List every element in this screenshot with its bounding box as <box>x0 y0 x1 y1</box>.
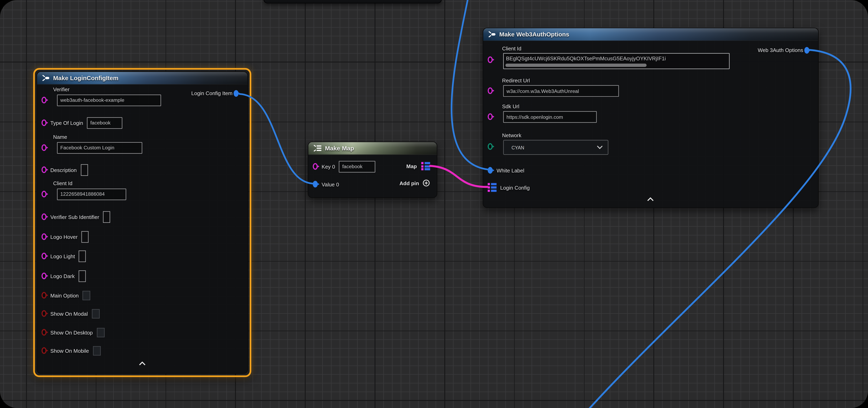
network-dropdown-value: CYAN <box>512 144 524 150</box>
pin-row-type-of-login: Type Of Login facebook <box>41 116 122 129</box>
pin-name[interactable] <box>41 144 46 151</box>
pin-label-key0: Key 0 <box>321 163 335 169</box>
pin-row-description: Description <box>41 164 88 176</box>
node-title: Make Web3AuthOptions <box>499 31 569 38</box>
add-pin-label: Add pin <box>400 180 419 186</box>
pin-row-client-id: 1222658941886084 <box>41 188 126 200</box>
pin-client-id[interactable] <box>488 57 493 63</box>
sdk-url-input[interactable]: https://sdk.openlogin.com <box>503 111 597 123</box>
pin-main-option[interactable] <box>41 292 46 299</box>
pin-label-client-id: Client Id <box>53 180 72 186</box>
type-of-login-input[interactable]: facebook <box>87 117 122 129</box>
pin-type-of-login[interactable] <box>41 120 46 126</box>
pin-show-on-desktop[interactable] <box>41 329 46 336</box>
pin-logo-light[interactable] <box>41 253 46 260</box>
pin-logo-dark[interactable] <box>41 273 46 279</box>
add-pin-button[interactable]: Add pin <box>400 179 430 187</box>
pin-row-logo-light: Logo Light <box>41 250 86 262</box>
node-make-web3authoptions[interactable]: Make Web3AuthOptions Web 3Auth Options C… <box>483 28 818 208</box>
node-make-loginconfigitem[interactable]: Make LoginConfigItem Verifier web3auth-f… <box>36 71 248 374</box>
pin-label-show-on-modal: Show On Modal <box>51 310 88 316</box>
pin-description[interactable] <box>41 166 46 173</box>
pin-row-white-label: White Label <box>488 164 524 176</box>
show-on-modal-checkbox[interactable] <box>92 309 99 318</box>
pin-network[interactable] <box>488 143 493 150</box>
pin-label-logo-dark: Logo Dark <box>51 273 75 279</box>
node-make-map[interactable]: Make Map Key 0 facebook Map Value 0 Add … <box>308 141 437 198</box>
pin-label-show-on-mobile: Show On Mobile <box>51 347 89 353</box>
show-on-desktop-checkbox[interactable] <box>97 328 104 337</box>
make-struct-icon <box>488 30 496 38</box>
pin-label-description: Description <box>51 167 77 173</box>
chevron-down-icon <box>597 145 603 149</box>
pin-label-type-of-login: Type Of Login <box>51 120 83 126</box>
add-pin-icon <box>423 179 430 187</box>
pin-label-client-id: Client Id <box>502 45 521 52</box>
collapse-chevron-icon[interactable] <box>139 362 146 366</box>
pin-key0[interactable] <box>313 163 318 170</box>
verifier-input[interactable]: web3auth-facebook-example <box>57 94 161 106</box>
key0-input[interactable]: facebook <box>339 161 375 172</box>
pin-verifier-sub-identifier[interactable] <box>41 213 46 220</box>
graph-canvas[interactable]: Make LoginConfigItem Verifier web3auth-f… <box>0 0 868 408</box>
pin-row-show-on-modal: Show On Modal <box>41 307 99 319</box>
verifier-sub-identifier-input[interactable] <box>103 211 111 223</box>
pin-output-login-config-item[interactable] <box>234 90 239 97</box>
network-dropdown[interactable]: CYAN <box>503 140 608 155</box>
pin-row-logo-dark: Logo Dark <box>41 270 86 282</box>
pin-client-id[interactable] <box>41 191 46 198</box>
pin-value0[interactable] <box>313 181 318 188</box>
pin-row-value0: Value 0 <box>313 178 339 190</box>
logo-dark-input[interactable] <box>79 270 86 282</box>
pin-verifier[interactable] <box>41 97 46 103</box>
pin-row-login-config: Login Config <box>488 181 530 194</box>
pin-row-logo-hover: Logo Hover <box>41 231 89 243</box>
logo-hover-input[interactable] <box>82 231 89 242</box>
pin-row-key0: Key 0 facebook <box>313 160 376 172</box>
show-on-mobile-checkbox[interactable] <box>93 346 100 355</box>
offscreen-node-stub[interactable] <box>264 0 442 3</box>
node-header[interactable]: Make Map <box>308 142 437 155</box>
pin-show-on-mobile[interactable] <box>41 347 46 354</box>
description-input[interactable] <box>81 164 88 175</box>
main-option-checkbox[interactable] <box>83 291 90 300</box>
name-input[interactable]: Facebook Custom Login <box>57 142 142 154</box>
collapse-chevron-icon[interactable] <box>647 197 654 201</box>
pin-row-show-on-desktop: Show On Desktop <box>41 326 104 338</box>
pin-row-main-option: Main Option <box>41 289 90 301</box>
client-id-scrollbar[interactable] <box>505 64 647 67</box>
output-label-map: Map <box>406 163 417 169</box>
pin-row-name: Facebook Custom Login <box>41 141 142 154</box>
node-header[interactable]: Make Web3AuthOptions <box>483 28 818 41</box>
pin-login-config[interactable] <box>488 183 496 192</box>
pin-label-value0: Value 0 <box>321 181 339 187</box>
client-id-input[interactable]: 1222658941886084 <box>57 188 126 200</box>
redirect-url-input[interactable]: w3a://com.w3a.Web3AuthUnreal <box>503 85 619 97</box>
pin-show-on-modal[interactable] <box>41 310 46 317</box>
pin-row-verifier-sub-identifier: Verifier Sub Identifier <box>41 211 110 223</box>
node-make-loginconfigitem-selection: Make LoginConfigItem Verifier web3auth-f… <box>33 68 251 377</box>
output-label-web3auth-options: Web 3Auth Options <box>758 47 803 53</box>
node-header[interactable]: Make LoginConfigItem <box>37 72 247 84</box>
pin-output-map[interactable] <box>422 162 430 170</box>
pin-label-redirect-url: Redirect Url <box>502 77 530 83</box>
pin-label-logo-hover: Logo Hover <box>51 234 78 240</box>
blueprint-editor: Make LoginConfigItem Verifier web3auth-f… <box>0 0 868 408</box>
pin-row-show-on-mobile: Show On Mobile <box>41 344 101 356</box>
pin-label-white-label: White Label <box>497 167 524 173</box>
pin-redirect-url[interactable] <box>488 88 493 94</box>
make-struct-icon <box>41 74 50 82</box>
node-title: Make LoginConfigItem <box>53 75 118 81</box>
logo-light-input[interactable] <box>79 250 86 262</box>
pin-row-verifier: web3auth-facebook-example <box>41 94 161 106</box>
node-title: Make Map <box>325 145 354 151</box>
output-label-login-config-item: Login Config Item <box>191 90 232 96</box>
pin-sdk-url[interactable] <box>488 113 493 120</box>
pin-label-login-config: Login Config <box>500 184 530 191</box>
wire-map-to-loginconfig[interactable] <box>430 166 488 187</box>
pin-label-verifier-sub-identifier: Verifier Sub Identifier <box>51 214 99 220</box>
client-id-input[interactable]: BEglQSgt4cUWcj6SKRdu5QkOXTsePmMcusG5EAoy… <box>503 53 730 69</box>
pin-logo-hover[interactable] <box>41 233 46 240</box>
pin-label-network: Network <box>502 132 521 138</box>
pin-label-main-option: Main Option <box>51 292 79 298</box>
